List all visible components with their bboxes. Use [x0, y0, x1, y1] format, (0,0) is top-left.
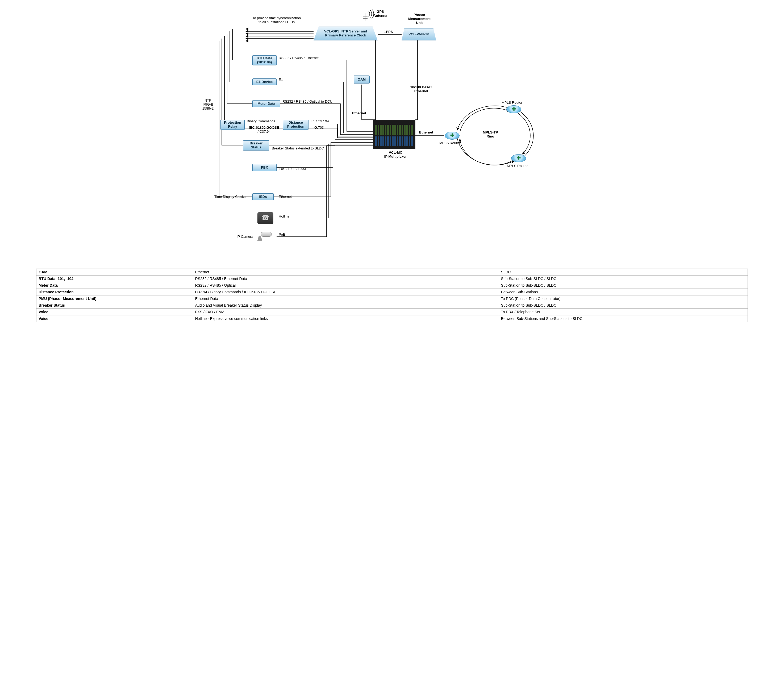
hotline-label: Hotline — [279, 214, 289, 218]
router-label-2: MPLS Router — [502, 101, 522, 104]
ring-center-label: MPLS-TPRing — [477, 130, 504, 138]
table-row: VoiceHotline - Express voice communicati… — [36, 315, 748, 322]
table-cell: Sub-Station to Sub-SLDC / SLDC — [499, 282, 748, 289]
node-label: IEDs — [259, 195, 267, 199]
node-label: ProtectionRelay — [224, 121, 241, 129]
mpls-router-icon — [445, 132, 460, 140]
dist-prot-bot-label: G.703 — [314, 126, 324, 129]
dist-prot-top-label: E1 / C37.94 — [311, 119, 329, 123]
table-cell: To PDC (Phasor Data Concentrator) — [499, 295, 748, 302]
node-protection-relay: ProtectionRelay — [221, 120, 245, 130]
table-cell: PMU (Phasor Measurement Unit) — [36, 295, 193, 302]
table-cell: OAM — [36, 269, 193, 275]
table-cell: Distance Protection — [36, 289, 193, 295]
phone-icon — [257, 212, 274, 224]
node-oam: OAM — [354, 76, 370, 84]
table-cell: To PBX / Telephone Set — [499, 309, 748, 315]
table-row: Meter DataRS232 / RS485 / OpticalSub-Sta… — [36, 282, 748, 289]
pbx-link-label: FXS / FXO / E&M — [279, 167, 306, 171]
table-cell: Between Sub-Stations and Sub-Stations to… — [499, 315, 748, 322]
protocol-table: OAMEthernetSLDCRTU Data -101, -104RS232 … — [36, 269, 748, 322]
table-row: Breaker StatusAudio and Visual Breaker S… — [36, 302, 748, 309]
node-label: PBX — [261, 166, 268, 170]
ip-multiplexer-icon — [373, 120, 415, 149]
rtu-link-label: RS232 / RS485 / Ethernet — [279, 56, 319, 60]
node-label: BreakerStatus — [250, 141, 263, 149]
mux-caption: VCL-MXIP Multiplexer — [381, 151, 410, 159]
node-label: RTU Data(101/104) — [257, 56, 272, 64]
table-cell: Voice — [36, 309, 193, 315]
table-cell: RS232 / RS485 / Optical — [193, 282, 499, 289]
node-e1: E1 Device — [252, 78, 277, 85]
gps-antenna-label: GPSAntenna — [370, 9, 391, 17]
mpls-router-icon — [511, 154, 526, 162]
left-protocols: NTPIRIG-B1588v2 — [200, 98, 216, 110]
table-cell: Meter Data — [36, 282, 193, 289]
router-label-3: MPLS Router — [507, 164, 527, 168]
gps-antenna-icon — [361, 9, 369, 21]
table-cell: Sub-Station to Sub-SLDC / SLDC — [499, 302, 748, 309]
node-meter: Meter Data — [252, 100, 280, 107]
table-cell: Ethernet Data — [193, 295, 499, 302]
table-cell: RTU Data -101, -104 — [36, 275, 193, 282]
node-pbx: PBX — [252, 164, 277, 171]
mpls-router-icon — [506, 105, 521, 113]
ieds-left-label: Time Display Clocks — [214, 195, 246, 199]
table-cell: C37.94 / Binary Commands / IEC-61850 GOO… — [193, 289, 499, 295]
table-cell: FXS / FXO / E&M — [193, 309, 499, 315]
mux-ring-link-label: Ethernet — [419, 130, 433, 134]
table-cell: Voice — [36, 315, 193, 322]
table-cell: Between Sub-Stations — [499, 289, 748, 295]
table-cell: SLDC — [499, 269, 748, 275]
table-row: PMU (Phasor Measurement Unit)Ethernet Da… — [36, 295, 748, 302]
pmu-link-label: 10/100 BaseTEthernet — [405, 85, 437, 93]
node-rtu: RTU Data(101/104) — [252, 55, 277, 65]
mux-eth-label: Ethernet — [352, 111, 366, 115]
node-breaker-status: BreakerStatus — [243, 140, 269, 151]
node-label: Meter Data — [257, 102, 275, 106]
node-label: DistanceProtection — [287, 121, 304, 129]
meter-link-label: RS232 / RS485 / Optical to DCU — [282, 99, 333, 103]
table-row: Distance ProtectionC37.94 / Binary Comma… — [36, 289, 748, 295]
table-cell: Breaker Status — [36, 302, 193, 309]
network-diagram: VCL-GPS, NTP Server andPrimary Reference… — [198, 5, 586, 266]
table-cell: Hotline - Express voice communication li… — [193, 315, 499, 322]
router-label-1: MPLS Router — [439, 141, 460, 145]
table-row: OAMEthernetSLDC — [36, 269, 748, 275]
ipcam-left-label: IP Camera — [237, 235, 253, 239]
node-label: E1 Device — [257, 80, 272, 84]
ip-camera-icon — [257, 232, 273, 241]
table-cell: Audio and Visual Breaker Status Display — [193, 302, 499, 309]
table-row: VoiceFXS / FXO / E&MTo PBX / Telephone S… — [36, 309, 748, 315]
ieds-right-label: Ethernet — [279, 195, 292, 199]
link-1pps: 1PPS — [384, 30, 393, 34]
node-label: VCL-GPS, NTP Server andPrimary Reference… — [324, 30, 367, 37]
node-label: OAM — [358, 78, 366, 82]
node-label: VCL-PMU-30 — [409, 33, 429, 36]
prot-relay-bot-label: IEC-61850 GOOSE/ C37.94 — [246, 126, 282, 134]
node-distance-protection: DistanceProtection — [283, 120, 308, 130]
node-ntp-clock: VCL-GPS, NTP Server andPrimary Reference… — [314, 26, 378, 40]
sync-note: To provide time synchronizationto all su… — [242, 16, 311, 24]
node-ieds: IEDs — [252, 193, 274, 200]
table-row: RTU Data -101, -104RS232 / RS485 / Ether… — [36, 275, 748, 282]
table-cell: Sub-Station to Sub-SLDC / SLDC — [499, 275, 748, 282]
node-pmu: VCL-PMU-30 — [401, 28, 436, 40]
e1-link-label: E1 — [279, 78, 283, 82]
ipcam-right-label: PoE — [279, 232, 285, 236]
table-cell: RS232 / RS485 / Ethernet Data — [193, 275, 499, 282]
table-cell: Ethernet — [193, 269, 499, 275]
pmu-title: PhasorMeasurementUnit — [405, 13, 434, 25]
breaker-link-label: Breaker Status extended to SLDC — [272, 146, 324, 150]
prot-relay-top-label: Binary Commands — [247, 119, 275, 123]
